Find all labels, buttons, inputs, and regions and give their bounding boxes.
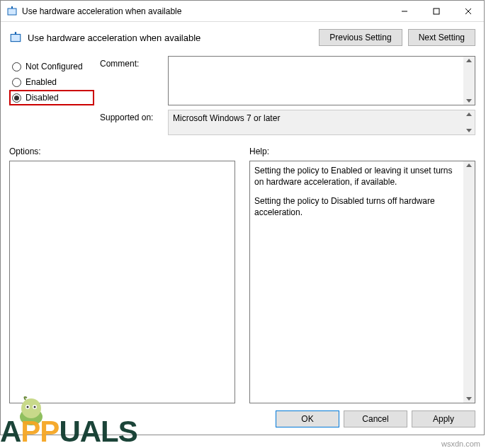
scroll-down-icon	[466, 99, 472, 103]
comment-textarea[interactable]	[168, 56, 475, 105]
scrollbar[interactable]	[463, 161, 475, 403]
help-label: Help:	[249, 142, 475, 161]
radio-icon	[12, 78, 21, 87]
comment-label: Comment:	[100, 56, 164, 69]
svg-rect-1	[11, 6, 13, 8]
svg-rect-0	[8, 8, 16, 15]
scrollbar[interactable]	[463, 110, 475, 134]
window-controls	[388, 1, 484, 21]
help-box: Setting the policy to Enabled or leaving…	[249, 161, 475, 403]
ok-button[interactable]: OK	[276, 410, 339, 427]
policy-editor-window: Use hardware acceleration when available…	[0, 0, 485, 435]
radio-label: Not Configured	[26, 62, 83, 71]
radio-label: Disabled	[26, 93, 59, 103]
radio-not-configured[interactable]: Not Configured	[9, 59, 94, 74]
close-button[interactable]	[452, 1, 484, 21]
source-url: wsxdn.com	[441, 440, 480, 448]
supported-row: Supported on: Microsoft Windows 7 or lat…	[100, 110, 475, 135]
window-title: Use hardware acceleration when available	[22, 6, 388, 16]
help-paragraph: Setting the policy to Enabled or leaving…	[254, 166, 459, 188]
policy-icon	[9, 31, 22, 44]
form-column: Comment: Supported on: Microsoft Windows…	[100, 56, 475, 135]
titlebar: Use hardware acceleration when available	[1, 1, 484, 22]
radio-enabled[interactable]: Enabled	[9, 74, 94, 90]
previous-setting-button[interactable]: Previous Setting	[319, 29, 402, 46]
brand-text: PP	[21, 415, 59, 448]
radio-icon	[12, 93, 21, 103]
scroll-down-icon	[466, 129, 472, 132]
comment-row: Comment:	[100, 56, 475, 105]
radio-icon	[12, 62, 21, 71]
brand-watermark: APPUALS	[0, 417, 137, 447]
policy-window-icon	[6, 6, 18, 17]
apply-button[interactable]: Apply	[412, 410, 475, 427]
scroll-down-icon	[466, 397, 472, 401]
supported-on-value: Microsoft Windows 7 or later	[173, 113, 280, 123]
svg-rect-7	[15, 32, 16, 34]
svg-point-11	[27, 406, 29, 408]
next-setting-button[interactable]: Next Setting	[408, 29, 475, 46]
help-column: Help: Setting the policy to Enabled or l…	[249, 142, 475, 403]
header-row: Use hardware acceleration when available…	[1, 22, 484, 56]
brand-text: A	[0, 415, 21, 448]
lower-section: Options: Help: Setting the policy to Ena…	[1, 142, 484, 403]
options-column: Options:	[9, 142, 235, 403]
cancel-button[interactable]: Cancel	[344, 410, 407, 427]
scroll-up-icon	[466, 59, 472, 62]
state-radio-group: Not Configured Enabled Disabled	[9, 56, 94, 135]
supported-on-box: Microsoft Windows 7 or later	[168, 110, 475, 135]
radio-disabled[interactable]: Disabled	[9, 90, 94, 105]
help-paragraph: Setting the policy to Disabled turns off…	[254, 196, 459, 218]
radio-label: Enabled	[26, 77, 57, 87]
policy-title: Use hardware acceleration when available	[28, 33, 313, 43]
maximize-button[interactable]	[420, 1, 452, 21]
svg-rect-6	[11, 35, 21, 42]
svg-point-13	[34, 406, 36, 408]
nav-buttons: Previous Setting Next Setting	[319, 29, 475, 46]
minimize-button[interactable]	[388, 1, 420, 21]
svg-rect-3	[434, 8, 439, 14]
scroll-up-icon	[466, 163, 472, 167]
options-box[interactable]	[9, 161, 235, 403]
state-and-form: Not Configured Enabled Disabled Comment:	[1, 56, 484, 142]
brand-text: UALS	[59, 415, 137, 448]
options-label: Options:	[9, 142, 235, 161]
supported-label: Supported on:	[100, 110, 164, 122]
scroll-up-icon	[466, 113, 472, 116]
scrollbar[interactable]	[463, 57, 475, 105]
